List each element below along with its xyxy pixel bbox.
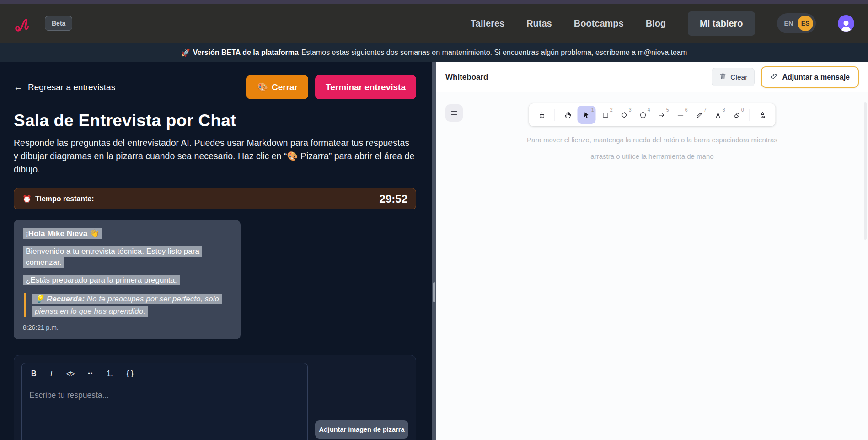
- close-whiteboard-button[interactable]: 🎨 Cerrar: [246, 75, 308, 99]
- beta-badge: Beta: [45, 16, 72, 31]
- bullet-list-icon[interactable]: ••: [88, 370, 93, 377]
- navbar: Beta Talleres Rutas Bootcamps Blog Mi ta…: [0, 4, 868, 43]
- attach-button-label: Adjuntar a mensaje: [782, 73, 850, 81]
- bold-icon[interactable]: B: [31, 370, 37, 378]
- lang-option-es[interactable]: ES: [798, 16, 813, 31]
- lock-tool-icon[interactable]: [533, 106, 551, 124]
- ai-message-bubble: ¡Hola Mike Nieva 👋 Bienvenido a tu entre…: [14, 220, 241, 339]
- page-title: Sala de Entrevista por Chat: [14, 111, 416, 130]
- end-interview-button[interactable]: Terminar entrevista: [315, 75, 416, 99]
- user-avatar[interactable]: [838, 15, 854, 32]
- language-toggle[interactable]: EN ES: [777, 13, 816, 33]
- rectangle-tool-icon[interactable]: 2: [596, 106, 615, 124]
- timer-value: 29:52: [380, 193, 407, 205]
- eraser-tool-icon[interactable]: 0: [728, 106, 746, 124]
- canvas-hint: Para mover el lienzo, mantenga la rueda …: [436, 132, 868, 165]
- timer-label: Tiempo restante:: [35, 195, 94, 203]
- markdown-editor: B I </> •• 1. { } 1600: [21, 363, 308, 440]
- top-accent-strip: [0, 0, 868, 4]
- banner-message: Estamos estas siguientes dos semanas en …: [301, 48, 687, 57]
- brand-logo-icon[interactable]: [14, 11, 35, 35]
- attach-to-message-button[interactable]: Adjuntar a mensaje: [761, 66, 859, 88]
- ellipse-tool-icon[interactable]: 4: [634, 106, 652, 124]
- message-greeting: ¡Hola Mike Nieva 👋: [23, 228, 231, 239]
- lang-option-en[interactable]: EN: [784, 20, 793, 27]
- dashboard-button[interactable]: Mi tablero: [688, 11, 755, 36]
- italic-icon[interactable]: I: [50, 370, 53, 378]
- nav-item-rutas[interactable]: Rutas: [526, 18, 552, 29]
- paperclip-icon: [770, 72, 778, 82]
- message-timestamp: 8:26:21 p.m.: [23, 324, 231, 331]
- message-composer: B I </> •• 1. { } 1600 Adjuntar imagen d…: [14, 355, 416, 440]
- whiteboard-title: Whiteboard: [445, 73, 488, 82]
- toolbar-divider: [750, 109, 750, 121]
- canvas-hint-line2: arrastra o utilice la herramienta de man…: [436, 148, 868, 165]
- left-panel-scrollbar-thumb[interactable]: [433, 282, 435, 302]
- nav-item-talleres[interactable]: Talleres: [471, 18, 504, 29]
- back-arrow-icon: ←: [14, 82, 22, 92]
- drawing-toolbar: 1 2 3: [529, 103, 776, 126]
- trash-icon: [719, 72, 727, 82]
- quote-label: Recuerda:: [47, 295, 85, 303]
- banner-title: Versión BETA de la plataforma: [193, 48, 299, 57]
- nav-item-bootcamps[interactable]: Bootcamps: [574, 18, 624, 29]
- back-link-label: Regresar a entrevistas: [28, 82, 115, 92]
- palette-icon: 🎨: [257, 82, 268, 92]
- rocket-icon: 🚀: [181, 48, 190, 57]
- page-description: Responde las preguntas del entrevistador…: [14, 136, 416, 176]
- panel-divider: [432, 62, 436, 440]
- whiteboard-canvas[interactable]: 1 2 3: [436, 92, 868, 440]
- message-blockquote: 💡 Recuerda: No te preocupes por ser perf…: [24, 293, 231, 317]
- whiteboard-header: Whiteboard Clear Adj: [436, 62, 868, 92]
- arrow-tool-icon[interactable]: 5: [653, 106, 671, 124]
- clear-button-label: Clear: [730, 73, 747, 81]
- attach-whiteboard-image-button[interactable]: Adjuntar imagen de pizarra: [315, 420, 408, 439]
- response-input[interactable]: [22, 384, 307, 440]
- message-line: Bienvenido a tu entrevista técnica. Esto…: [23, 246, 231, 268]
- interview-panel: ← Regresar a entrevistas 🎨 Cerrar Termin…: [0, 62, 432, 440]
- nav-item-blog[interactable]: Blog: [646, 18, 666, 29]
- message-line: ¿Estás preparado para la primera pregunt…: [23, 275, 231, 286]
- draw-tool-icon[interactable]: 7: [690, 106, 708, 124]
- close-button-label: Cerrar: [272, 82, 298, 92]
- diamond-tool-icon[interactable]: 3: [615, 106, 633, 124]
- lightbulb-icon: 💡: [35, 295, 44, 303]
- text-tool-icon[interactable]: 8: [709, 106, 727, 124]
- line-tool-icon[interactable]: 6: [671, 106, 690, 124]
- toolbar-divider: [555, 109, 555, 121]
- inline-code-icon[interactable]: </>: [66, 370, 74, 377]
- timer-bar: ⏰ Tiempo restante: 29:52: [14, 188, 416, 209]
- whiteboard-scrollbar[interactable]: [864, 102, 867, 240]
- editor-toolbar: B I </> •• 1. { }: [22, 363, 307, 384]
- code-block-icon[interactable]: { }: [127, 370, 134, 378]
- back-to-interviews-link[interactable]: ← Regresar a entrevistas: [14, 82, 115, 92]
- shapes-tool-icon[interactable]: [754, 106, 772, 124]
- numbered-list-icon[interactable]: 1.: [107, 370, 113, 378]
- maintenance-banner: 🚀 Versión BETA de la plataforma Estamos …: [0, 43, 868, 62]
- alarm-clock-icon: ⏰: [22, 194, 32, 203]
- canvas-hint-line1: Para mover el lienzo, mantenga la rueda …: [436, 132, 868, 148]
- clear-whiteboard-button[interactable]: Clear: [712, 68, 755, 86]
- whiteboard-panel: Whiteboard Clear Adj: [436, 62, 868, 440]
- selection-tool-icon[interactable]: 1: [578, 106, 596, 124]
- hand-tool-icon[interactable]: [559, 106, 577, 124]
- hamburger-menu-button[interactable]: [445, 104, 463, 122]
